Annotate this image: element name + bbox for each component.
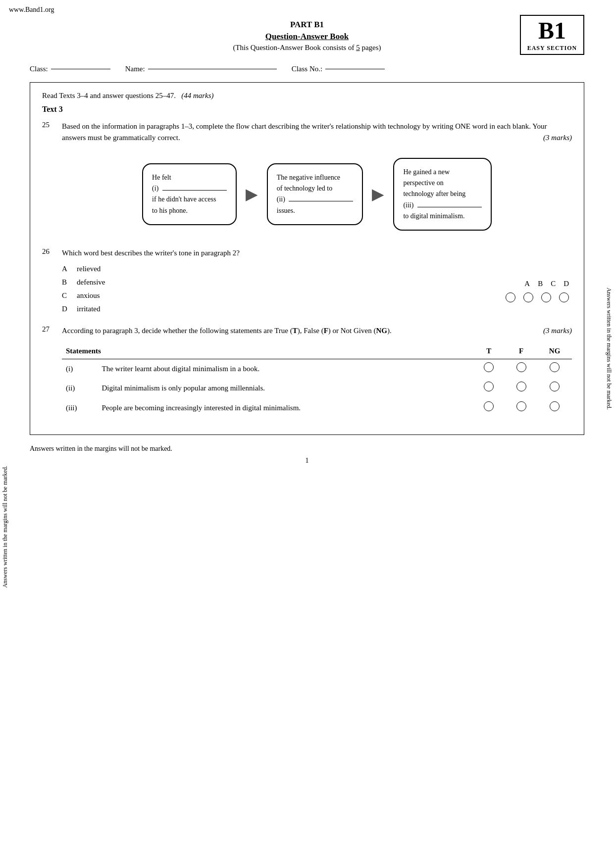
q27-row3-ng[interactable] <box>537 398 572 418</box>
fields-row: Class: Name: Class No.: <box>0 60 614 78</box>
q27-bold-f: F <box>324 327 328 335</box>
q27-table-header-row: Statements T F NG <box>62 343 572 359</box>
question-27: 27 According to paragraph 3, decide whet… <box>42 325 572 418</box>
flow-box2-blank[interactable] <box>289 201 353 201</box>
option-b-letter: B <box>62 277 71 288</box>
class-field: Class: <box>30 65 110 73</box>
q27-body: According to paragraph 3, decide whether… <box>62 325 572 418</box>
q27-bold-ng: NG <box>376 327 387 335</box>
q27-row3-t[interactable] <box>473 398 505 418</box>
class-label: Class: <box>30 65 48 73</box>
q25-marks: (3 marks) <box>543 132 572 144</box>
instruction-marks: (44 marks) <box>181 92 213 99</box>
q27-row1-f[interactable] <box>505 359 537 379</box>
flow-box2-line1: The negative influence <box>277 174 340 181</box>
abcd-b-label: B <box>538 278 543 289</box>
q26-abcd-right: A B C D <box>506 278 572 302</box>
option-a: A relieved <box>62 263 506 275</box>
main-box: Read Texts 3–4 and answer questions 25–4… <box>30 82 584 435</box>
class-input[interactable] <box>51 69 110 69</box>
flow-box3-line5: to digital minimalism. <box>403 212 464 220</box>
subtitle-end: pages) <box>361 44 381 51</box>
option-a-text: relieved <box>77 263 101 275</box>
flow-box2-line4: issues. <box>277 207 295 214</box>
flow-box1-blank-label: (i) <box>152 185 158 192</box>
q27-row2-f[interactable] <box>505 379 537 398</box>
option-c: C anxious <box>62 290 506 301</box>
flow-box1-line4: to his phone. <box>152 207 188 214</box>
left-margin-text: Answers written in the margins will not … <box>1 466 9 588</box>
abcd-c-label: C <box>551 278 556 289</box>
flow-box3-line2: perspective on <box>403 179 443 187</box>
option-d-text: irritated <box>77 303 100 315</box>
flow-arrow-1: ▶ <box>246 182 258 207</box>
abcd-d-label: D <box>563 278 569 289</box>
question-25: 25 Based on the information in paragraph… <box>42 121 572 242</box>
q27-row3-text: People are becoming increasingly interes… <box>98 398 473 418</box>
b1-letter: B1 <box>521 19 583 43</box>
q26-options-list: A relieved B defensive C anxious D irrit… <box>62 263 506 317</box>
abcd-a-label: A <box>524 278 530 289</box>
circle-c[interactable] <box>541 292 551 302</box>
footer-note: Answers written in the margins will not … <box>30 445 584 453</box>
classno-field: Class No.: <box>292 65 385 73</box>
name-label: Name: <box>125 65 145 73</box>
abcd-circles <box>506 292 569 302</box>
header-area: PART B1 Question-Answer Book (This Quest… <box>0 0 614 60</box>
q27-row3-num: (iii) <box>62 398 98 418</box>
q27-num: 27 <box>42 325 56 418</box>
right-margin-text: Answers written in the margins will not … <box>606 288 613 410</box>
text3-label: Text 3 <box>42 105 572 114</box>
q27-row2-t[interactable] <box>473 379 505 398</box>
q25-text: Based on the information in paragraphs 1… <box>62 122 547 142</box>
flow-box1-line3: if he didn't have access <box>152 195 216 203</box>
q27-bold-t: T <box>293 327 298 335</box>
classno-label: Class No.: <box>292 65 323 73</box>
circle-d[interactable] <box>559 292 569 302</box>
flow-box-2: The negative influence of technology led… <box>267 163 363 226</box>
instruction: Read Texts 3–4 and answer questions 25–4… <box>42 92 572 100</box>
q25-num: 25 <box>42 121 56 242</box>
option-c-text: anxious <box>77 290 100 301</box>
q27-th-t: T <box>473 343 505 359</box>
subtitle-underline: 5 <box>356 44 360 51</box>
flow-box1-line1: He felt <box>152 174 171 181</box>
classno-input[interactable] <box>325 69 385 69</box>
b1-box: B1 EASY SECTION <box>520 15 584 55</box>
name-input[interactable] <box>148 69 277 69</box>
q26-options-row: A relieved B defensive C anxious D irrit… <box>62 263 572 317</box>
flow-box2-blank-label: (ii) <box>277 195 285 203</box>
question-26: 26 Which word best describes the writer'… <box>42 247 572 317</box>
flow-box1-blank[interactable] <box>162 190 227 191</box>
page-number: 1 <box>0 457 614 465</box>
flow-arrow-2: ▶ <box>372 182 384 207</box>
option-a-letter: A <box>62 263 71 275</box>
flow-box2-line2: of technology led to <box>277 185 332 192</box>
flow-box3-line1: He gained a new <box>403 168 450 176</box>
subtitle-text: (This Question-Answer Book consists of <box>233 44 354 51</box>
option-d-letter: D <box>62 303 71 315</box>
flow-box3-blank-label: (iii) <box>403 201 413 209</box>
q25-body: Based on the information in paragraphs 1… <box>62 121 572 242</box>
q27-row3-f[interactable] <box>505 398 537 418</box>
q27-row2-num: (ii) <box>62 379 98 398</box>
flow-box-3: He gained a new perspective on technolog… <box>393 158 492 231</box>
instruction-text: Read Texts 3–4 and answer questions 25–4… <box>42 92 176 99</box>
flow-box3-blank[interactable] <box>417 207 482 207</box>
circle-b[interactable] <box>523 292 533 302</box>
q27-row2-ng[interactable] <box>537 379 572 398</box>
option-d: D irritated <box>62 303 506 315</box>
q26-body: Which word best describes the writer's t… <box>62 247 572 317</box>
flowchart: He felt (i) if he didn't have access to … <box>62 158 572 231</box>
q27-row1-ng[interactable] <box>537 359 572 379</box>
flow-box-1: He felt (i) if he didn't have access to … <box>142 163 237 226</box>
q27-th-statements: Statements <box>62 343 473 359</box>
q27-th-f: F <box>505 343 537 359</box>
table-row: (ii) Digital minimalism is only popular … <box>62 379 572 398</box>
q27-row1-text: The writer learnt about digital minimali… <box>98 359 473 379</box>
q27-row1-t[interactable] <box>473 359 505 379</box>
circle-a[interactable] <box>506 292 515 302</box>
q26-num: 26 <box>42 247 56 317</box>
q27-table: Statements T F NG (i) The writer learnt … <box>62 343 572 418</box>
q27-row1-num: (i) <box>62 359 98 379</box>
